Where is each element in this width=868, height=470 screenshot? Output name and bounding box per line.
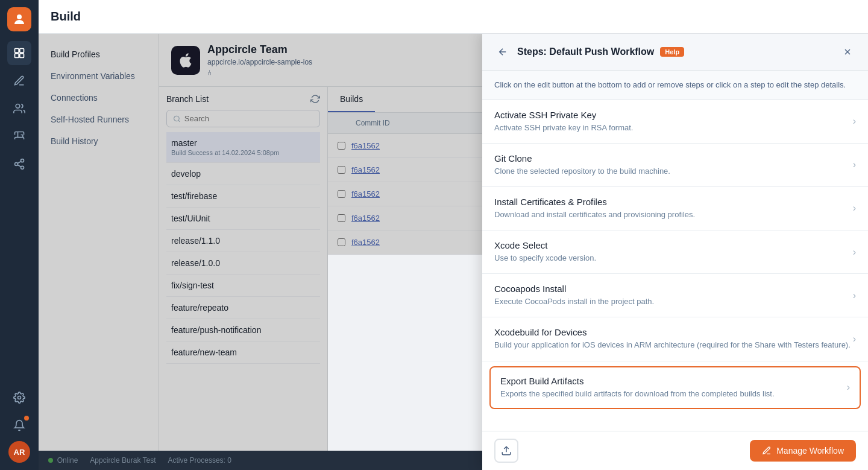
nav-item-connections[interactable]: Connections [39, 87, 159, 109]
step-desc: Exports the specified build artifacts fo… [500, 389, 847, 399]
step-name: Export Build Artifacts [500, 376, 847, 386]
step-arrow-icon: › [847, 382, 850, 393]
search-box [166, 110, 320, 127]
svg-rect-2 [20, 49, 24, 53]
commit-id-3[interactable]: f6a1562 [351, 189, 380, 198]
nav-item-build-history[interactable]: Build History [39, 130, 159, 152]
sidebar-item-test[interactable] [7, 124, 31, 148]
step-name: Install Certificates & Profiles [494, 197, 853, 207]
panel-header: Steps: Default Push Workflow Help [482, 34, 868, 71]
step-git-clone[interactable]: Git Clone Clone the selected repository … [482, 144, 868, 187]
step-xcode-select[interactable]: Xcode Select Use to specify xcode versio… [482, 230, 868, 274]
svg-rect-1 [15, 49, 19, 53]
upload-icon [501, 445, 512, 456]
nav-item-env-vars[interactable]: Environment Variables [39, 65, 159, 87]
step-desc: Execute CocoaPods install in the project… [494, 296, 853, 307]
step-desc: Activate SSH private key in RSA format. [494, 122, 853, 133]
app-info: Appcircle Team appcircle.io/appcircle-sa… [171, 43, 312, 77]
step-name: Cocoapods Install [494, 284, 853, 294]
user-avatar[interactable]: AR [8, 441, 30, 463]
nav-item-runners[interactable]: Self-Hosted Runners [39, 109, 159, 130]
online-dot [48, 458, 53, 463]
step-arrow-icon: › [853, 247, 856, 258]
step-content: Activate SSH Private Key Activate SSH pr… [494, 110, 853, 133]
step-desc: Build your application for iOS devices i… [494, 340, 853, 351]
branch-item-release100[interactable]: release/1.0.0 [166, 252, 320, 275]
step-desc: Clone the selected repository to the bui… [494, 166, 853, 177]
svg-line-14 [178, 120, 180, 121]
svg-rect-3 [15, 54, 19, 58]
nav-item-build-profiles[interactable]: Build Profiles [39, 43, 159, 65]
app-details: Appcircle Team appcircle.io/appcircle-sa… [207, 43, 312, 77]
app-logo[interactable] [7, 7, 31, 31]
branch-item-release110[interactable]: release/1.1.0 [166, 230, 320, 252]
panel-back-button[interactable] [494, 43, 511, 60]
branch-item-develop[interactable]: develop [166, 163, 320, 185]
sidebar-item-build[interactable] [7, 41, 31, 65]
step-activate-ssh[interactable]: Activate SSH Private Key Activate SSH pr… [482, 100, 868, 144]
page-title: Build [51, 10, 81, 24]
step-content: Xcode Select Use to specify xcode versio… [494, 240, 853, 264]
branch-item-signtest[interactable]: fix/sign-test [166, 275, 320, 297]
step-content: Export Build Artifacts Exports the speci… [500, 376, 847, 399]
row-checkbox-2[interactable] [338, 166, 345, 174]
help-badge[interactable]: Help [660, 47, 684, 57]
sidebar-item-sign[interactable] [7, 69, 31, 93]
commit-id-5[interactable]: f6a1562 [351, 238, 380, 247]
sidebar-item-deploy[interactable] [7, 97, 31, 121]
commit-id-4[interactable]: f6a1562 [351, 214, 380, 223]
step-desc: Use to specify xcode version. [494, 253, 853, 264]
branch-item-uiunit[interactable]: test/UiUnit [166, 208, 320, 230]
processes-label: Active Processes: 0 [168, 456, 231, 465]
org-label: Appcircle Burak Test [90, 456, 156, 465]
row-checkbox-1[interactable] [338, 142, 345, 150]
step-xcodebuild[interactable]: Xcodebuild for Devices Build your applic… [482, 317, 868, 361]
step-install-certs[interactable]: Install Certificates & Profiles Download… [482, 187, 868, 230]
step-arrow-icon: › [853, 290, 856, 301]
upload-button[interactable] [494, 439, 518, 463]
branch-item-push-notification[interactable]: feature/push-notification [166, 319, 320, 341]
svg-point-8 [21, 166, 24, 169]
step-content: Xcodebuild for Devices Build your applic… [494, 327, 853, 351]
branch-item-firebase[interactable]: test/firebase [166, 185, 320, 208]
sidebar-item-notifications[interactable] [7, 413, 31, 437]
top-header: Build [39, 0, 868, 34]
branch-list-title: Branch List [166, 94, 209, 104]
svg-point-11 [18, 396, 21, 399]
panel-title: Steps: Default Push Workflow [517, 46, 654, 57]
step-content: Install Certificates & Profiles Download… [494, 197, 853, 220]
tab-builds[interactable]: Builds [328, 87, 375, 112]
app-repo[interactable]: appcircle.io/appcircle-sample-ios [207, 58, 312, 66]
row-checkbox-3[interactable] [338, 190, 345, 198]
panel-header-left: Steps: Default Push Workflow Help [494, 43, 684, 60]
sidebar-item-settings[interactable] [7, 386, 31, 410]
main-layout: Build Build Profiles Environment Variabl… [39, 0, 868, 470]
app-icon [171, 46, 200, 75]
sidebar: AR [0, 0, 39, 470]
branch-name: master [171, 138, 315, 148]
svg-rect-4 [20, 54, 24, 58]
manage-workflow-label: Manage Workflow [776, 446, 844, 456]
manage-workflow-button[interactable]: Manage Workflow [750, 440, 856, 462]
panel-close-button[interactable] [839, 43, 856, 60]
svg-point-0 [17, 14, 22, 19]
branch-search-input[interactable] [184, 114, 313, 123]
svg-point-5 [16, 104, 20, 109]
commit-id-2[interactable]: f6a1562 [351, 165, 380, 174]
refresh-icon[interactable] [310, 94, 320, 104]
commit-id-1[interactable]: f6a1562 [351, 141, 380, 150]
sidebar-item-distribute[interactable] [7, 152, 31, 176]
back-icon [497, 46, 508, 57]
branch-item-master[interactable]: master Build Success at 14.02.2024 5:08p… [166, 132, 320, 163]
row-checkbox-4[interactable] [338, 214, 345, 222]
online-indicator: Online [48, 456, 78, 465]
panel-instruction: Click on the edit button at the bottom t… [482, 71, 868, 100]
branch-item-new-team[interactable]: feature/new-team [166, 341, 320, 364]
step-cocoapods[interactable]: Cocoapods Install Execute CocoaPods inst… [482, 274, 868, 317]
step-export-artifacts[interactable]: Export Build Artifacts Exports the speci… [489, 366, 861, 409]
step-arrow-icon: › [853, 159, 856, 170]
branch-item-repeato[interactable]: feature/repeato [166, 297, 320, 319]
row-checkbox-5[interactable] [338, 238, 345, 246]
step-name: Git Clone [494, 153, 853, 164]
workflow-icon [762, 446, 772, 456]
